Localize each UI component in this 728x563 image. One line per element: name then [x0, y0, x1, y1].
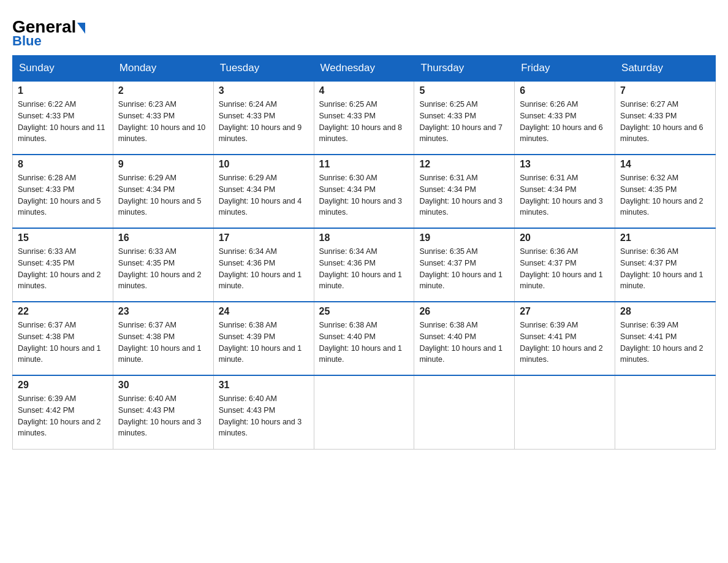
day-info: Sunrise: 6:39 AMSunset: 4:41 PMDaylight:… — [520, 320, 610, 366]
day-number: 6 — [520, 85, 610, 96]
day-info: Sunrise: 6:30 AMSunset: 4:34 PMDaylight:… — [319, 172, 409, 218]
day-number: 30 — [118, 380, 208, 391]
calendar-day-cell: 28Sunrise: 6:39 AMSunset: 4:41 PMDayligh… — [615, 302, 716, 375]
day-info: Sunrise: 6:36 AMSunset: 4:37 PMDaylight:… — [520, 246, 610, 292]
calendar-day-cell: 25Sunrise: 6:38 AMSunset: 4:40 PMDayligh… — [314, 302, 414, 375]
calendar-day-cell: 17Sunrise: 6:34 AMSunset: 4:36 PMDayligh… — [213, 228, 314, 302]
day-info: Sunrise: 6:39 AMSunset: 4:42 PMDaylight:… — [18, 393, 108, 439]
day-number: 20 — [520, 232, 610, 243]
day-info: Sunrise: 6:40 AMSunset: 4:43 PMDaylight:… — [118, 393, 208, 439]
day-number: 2 — [118, 85, 208, 96]
day-of-week-header: Wednesday — [314, 56, 414, 82]
calendar-day-cell: 18Sunrise: 6:34 AMSunset: 4:36 PMDayligh… — [314, 228, 414, 302]
day-of-week-header: Thursday — [414, 56, 515, 82]
calendar-day-cell: 6Sunrise: 6:26 AMSunset: 4:33 PMDaylight… — [515, 81, 615, 155]
day-of-week-header: Monday — [113, 56, 213, 82]
day-info: Sunrise: 6:37 AMSunset: 4:38 PMDaylight:… — [118, 320, 208, 366]
day-info: Sunrise: 6:23 AMSunset: 4:33 PMDaylight:… — [118, 99, 208, 145]
day-info: Sunrise: 6:29 AMSunset: 4:34 PMDaylight:… — [219, 172, 309, 218]
calendar-day-cell: 31Sunrise: 6:40 AMSunset: 4:43 PMDayligh… — [213, 375, 314, 449]
week-row: 8Sunrise: 6:28 AMSunset: 4:33 PMDaylight… — [13, 155, 716, 228]
day-info: Sunrise: 6:38 AMSunset: 4:40 PMDaylight:… — [419, 320, 509, 366]
calendar-day-cell — [314, 375, 414, 449]
calendar-day-cell: 2Sunrise: 6:23 AMSunset: 4:33 PMDaylight… — [113, 81, 213, 155]
day-number: 5 — [419, 85, 509, 96]
calendar-day-cell: 26Sunrise: 6:38 AMSunset: 4:40 PMDayligh… — [414, 302, 515, 375]
day-info: Sunrise: 6:34 AMSunset: 4:36 PMDaylight:… — [219, 246, 309, 292]
day-info: Sunrise: 6:31 AMSunset: 4:34 PMDaylight:… — [419, 172, 509, 218]
calendar-day-cell: 10Sunrise: 6:29 AMSunset: 4:34 PMDayligh… — [213, 155, 314, 228]
day-of-week-header: Tuesday — [213, 56, 314, 82]
calendar-day-cell: 16Sunrise: 6:33 AMSunset: 4:35 PMDayligh… — [113, 228, 213, 302]
day-info: Sunrise: 6:38 AMSunset: 4:39 PMDaylight:… — [219, 320, 309, 366]
calendar-day-cell: 30Sunrise: 6:40 AMSunset: 4:43 PMDayligh… — [113, 375, 213, 449]
day-of-week-header: Friday — [515, 56, 615, 82]
day-number: 25 — [319, 306, 409, 317]
day-number: 4 — [319, 85, 409, 96]
day-number: 21 — [620, 232, 710, 243]
day-number: 27 — [520, 306, 610, 317]
week-row: 22Sunrise: 6:37 AMSunset: 4:38 PMDayligh… — [13, 302, 716, 375]
calendar-day-cell: 9Sunrise: 6:29 AMSunset: 4:34 PMDaylight… — [113, 155, 213, 228]
day-info: Sunrise: 6:31 AMSunset: 4:34 PMDaylight:… — [520, 172, 610, 218]
day-info: Sunrise: 6:26 AMSunset: 4:33 PMDaylight:… — [520, 99, 610, 145]
day-number: 19 — [419, 232, 509, 243]
calendar-day-cell — [414, 375, 515, 449]
day-number: 7 — [620, 85, 710, 96]
day-number: 10 — [219, 159, 309, 170]
day-info: Sunrise: 6:33 AMSunset: 4:35 PMDaylight:… — [18, 246, 108, 292]
day-number: 29 — [18, 380, 108, 391]
day-info: Sunrise: 6:27 AMSunset: 4:33 PMDaylight:… — [620, 99, 710, 145]
day-number: 24 — [219, 306, 309, 317]
day-info: Sunrise: 6:34 AMSunset: 4:36 PMDaylight:… — [319, 246, 409, 292]
week-row: 15Sunrise: 6:33 AMSunset: 4:35 PMDayligh… — [13, 228, 716, 302]
logo-blue-text: Blue — [12, 33, 85, 49]
calendar-day-cell: 5Sunrise: 6:25 AMSunset: 4:33 PMDaylight… — [414, 81, 515, 155]
day-number: 18 — [319, 232, 409, 243]
week-row: 29Sunrise: 6:39 AMSunset: 4:42 PMDayligh… — [13, 375, 716, 449]
calendar-day-cell: 23Sunrise: 6:37 AMSunset: 4:38 PMDayligh… — [113, 302, 213, 375]
day-info: Sunrise: 6:28 AMSunset: 4:33 PMDaylight:… — [18, 172, 108, 218]
calendar-day-cell: 15Sunrise: 6:33 AMSunset: 4:35 PMDayligh… — [13, 228, 113, 302]
day-number: 31 — [219, 380, 309, 391]
day-info: Sunrise: 6:29 AMSunset: 4:34 PMDaylight:… — [118, 172, 208, 218]
day-number: 28 — [620, 306, 710, 317]
calendar-day-cell: 13Sunrise: 6:31 AMSunset: 4:34 PMDayligh… — [515, 155, 615, 228]
calendar-day-cell — [615, 375, 716, 449]
calendar-day-cell: 11Sunrise: 6:30 AMSunset: 4:34 PMDayligh… — [314, 155, 414, 228]
day-number: 26 — [419, 306, 509, 317]
calendar-day-cell: 21Sunrise: 6:36 AMSunset: 4:37 PMDayligh… — [615, 228, 716, 302]
calendar-day-cell: 4Sunrise: 6:25 AMSunset: 4:33 PMDaylight… — [314, 81, 414, 155]
day-number: 15 — [18, 232, 108, 243]
day-number: 11 — [319, 159, 409, 170]
day-info: Sunrise: 6:37 AMSunset: 4:38 PMDaylight:… — [18, 320, 108, 366]
day-number: 22 — [18, 306, 108, 317]
calendar-table: SundayMondayTuesdayWednesdayThursdayFrid… — [12, 55, 716, 450]
day-info: Sunrise: 6:39 AMSunset: 4:41 PMDaylight:… — [620, 320, 710, 366]
day-of-week-header: Saturday — [615, 56, 716, 82]
calendar-day-cell: 14Sunrise: 6:32 AMSunset: 4:35 PMDayligh… — [615, 155, 716, 228]
calendar-day-cell: 20Sunrise: 6:36 AMSunset: 4:37 PMDayligh… — [515, 228, 615, 302]
calendar-day-cell: 8Sunrise: 6:28 AMSunset: 4:33 PMDaylight… — [13, 155, 113, 228]
day-number: 1 — [18, 85, 108, 96]
day-info: Sunrise: 6:32 AMSunset: 4:35 PMDaylight:… — [620, 172, 710, 218]
day-number: 17 — [219, 232, 309, 243]
day-number: 13 — [520, 159, 610, 170]
day-info: Sunrise: 6:35 AMSunset: 4:37 PMDaylight:… — [419, 246, 509, 292]
day-info: Sunrise: 6:25 AMSunset: 4:33 PMDaylight:… — [419, 99, 509, 145]
day-number: 23 — [118, 306, 208, 317]
calendar-day-cell: 12Sunrise: 6:31 AMSunset: 4:34 PMDayligh… — [414, 155, 515, 228]
day-info: Sunrise: 6:33 AMSunset: 4:35 PMDaylight:… — [118, 246, 208, 292]
day-number: 12 — [419, 159, 509, 170]
logo: General Blue — [12, 12, 85, 49]
calendar-day-cell: 19Sunrise: 6:35 AMSunset: 4:37 PMDayligh… — [414, 228, 515, 302]
header: General Blue — [12, 12, 716, 49]
day-info: Sunrise: 6:40 AMSunset: 4:43 PMDaylight:… — [219, 393, 309, 439]
day-info: Sunrise: 6:38 AMSunset: 4:40 PMDaylight:… — [319, 320, 409, 366]
day-number: 9 — [118, 159, 208, 170]
day-info: Sunrise: 6:25 AMSunset: 4:33 PMDaylight:… — [319, 99, 409, 145]
days-of-week-row: SundayMondayTuesdayWednesdayThursdayFrid… — [13, 56, 716, 82]
calendar-day-cell: 7Sunrise: 6:27 AMSunset: 4:33 PMDaylight… — [615, 81, 716, 155]
calendar-day-cell: 24Sunrise: 6:38 AMSunset: 4:39 PMDayligh… — [213, 302, 314, 375]
calendar-day-cell: 3Sunrise: 6:24 AMSunset: 4:33 PMDaylight… — [213, 81, 314, 155]
